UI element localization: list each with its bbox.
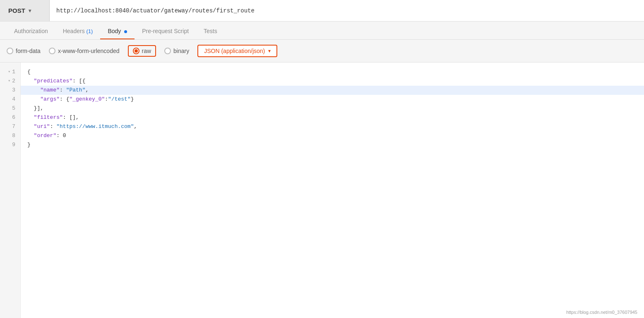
radio-form-data-circle — [7, 48, 13, 54]
arrow-1: ▾ — [8, 67, 10, 77]
line-num-9: 9 — [0, 140, 20, 149]
line-numbers: ▾ 1 ▾ 2 3 4 5 6 7 8 — [0, 63, 21, 318]
tab-body[interactable]: Body — [100, 24, 135, 39]
tab-headers-badge: (1) — [87, 28, 93, 34]
tab-headers[interactable]: Headers (1) — [55, 24, 101, 39]
radio-raw-circle — [133, 48, 139, 54]
url-bar[interactable]: http://localhost:8040/actuator/gateway/r… — [50, 0, 644, 21]
line-num-8: 8 — [0, 131, 20, 140]
radio-raw-label: raw — [142, 48, 151, 54]
method-chevron: ▾ — [29, 8, 31, 14]
top-bar: POST ▾ http://localhost:8040/actuator/ga… — [0, 0, 644, 22]
tab-pre-request-script[interactable]: Pre-request Script — [135, 24, 196, 39]
tab-body-dot — [124, 30, 127, 33]
code-line-1: { — [27, 67, 637, 77]
tabs-bar: Authorization Headers (1) Body Pre-reque… — [0, 22, 644, 40]
method-selector[interactable]: POST ▾ — [0, 0, 50, 21]
main-content: Authorization Headers (1) Body Pre-reque… — [0, 22, 644, 318]
code-line-4: "args": {"_genkey_0":"/test"} — [27, 95, 637, 104]
line-num-1: ▾ 1 — [0, 67, 20, 77]
radio-binary-label: binary — [173, 48, 189, 54]
arrow-2: ▾ — [8, 77, 10, 86]
radio-binary-circle — [164, 48, 171, 54]
json-type-label: JSON (application/json) — [204, 48, 265, 54]
body-options-bar: form-data x-www-form-urlencoded raw bina… — [0, 40, 644, 63]
line-num-6: 6 — [0, 113, 20, 122]
radio-urlencoded[interactable]: x-www-form-urlencoded — [49, 48, 120, 54]
line-num-7: 7 — [0, 122, 20, 131]
line-num-4: 4 — [0, 95, 20, 104]
line-num-5: 5 — [0, 104, 20, 113]
code-content[interactable]: { "predicates": [{ "name": "Path", "args… — [21, 63, 644, 318]
code-line-3: "name": "Path", — [21, 86, 644, 95]
radio-raw[interactable]: raw — [128, 45, 156, 57]
radio-urlencoded-label: x-www-form-urlencoded — [58, 48, 120, 54]
code-line-2: "predicates": [{ — [27, 77, 637, 86]
json-type-selector[interactable]: JSON (application/json) ▾ — [197, 45, 277, 57]
code-line-9: } — [27, 140, 637, 149]
radio-urlencoded-circle — [49, 48, 55, 54]
line-num-2: ▾ 2 — [0, 77, 20, 86]
tab-pre-request-label: Pre-request Script — [142, 28, 189, 34]
footer-link-text: https://blog.csdn.net/m0_37607945 — [566, 310, 637, 315]
tab-headers-label: Headers — [63, 28, 85, 34]
code-line-6: "filters": [], — [27, 113, 637, 122]
tab-authorization[interactable]: Authorization — [7, 24, 55, 39]
url-text: http://localhost:8040/actuator/gateway/r… — [56, 7, 255, 14]
tab-body-label: Body — [108, 28, 121, 34]
tab-tests-label: Tests — [204, 28, 217, 34]
code-line-8: "order": 0 — [27, 131, 637, 140]
json-type-chevron: ▾ — [268, 48, 271, 54]
tab-authorization-label: Authorization — [14, 28, 48, 34]
line-num-3: 3 — [0, 86, 20, 95]
radio-form-data-label: form-data — [16, 48, 41, 54]
footer-link: https://blog.csdn.net/m0_37607945 — [566, 310, 637, 315]
tab-tests[interactable]: Tests — [196, 24, 225, 39]
code-line-5: }], — [27, 104, 637, 113]
code-area: ▾ 1 ▾ 2 3 4 5 6 7 8 — [0, 63, 644, 318]
code-line-7: "uri": "https://www.itmuch.com", — [27, 122, 637, 131]
method-label: POST — [8, 7, 25, 14]
radio-binary[interactable]: binary — [164, 48, 189, 54]
radio-form-data[interactable]: form-data — [7, 48, 41, 54]
